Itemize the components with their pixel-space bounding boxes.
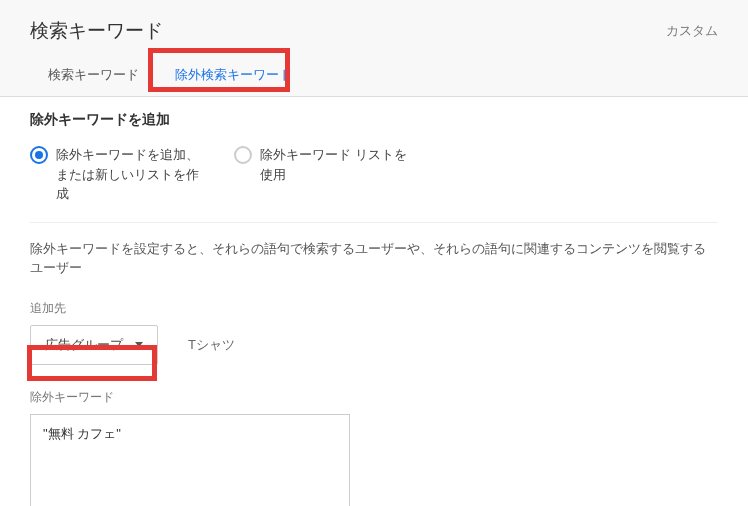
add-target-dropdown[interactable]: 広告グループ — [30, 325, 158, 365]
negative-keywords-label: 除外キーワード — [30, 389, 718, 406]
custom-link[interactable]: カスタム — [666, 22, 718, 40]
section-title: 除外キーワードを追加 — [30, 111, 718, 129]
radio-use-list[interactable]: 除外キーワード リストを使用 — [234, 145, 414, 204]
tab-negative-keywords[interactable]: 除外検索キーワード — [157, 54, 310, 96]
target-name-text: Tシャツ — [188, 336, 235, 354]
page-title: 検索キーワード — [30, 18, 163, 44]
radio-add-label: 除外キーワードを追加、または新しいリストを作成 — [56, 145, 210, 204]
radio-icon — [30, 146, 48, 164]
radio-icon — [234, 146, 252, 164]
add-target-label: 追加先 — [30, 300, 718, 317]
description-text: 除外キーワードを設定すると、それらの語句で検索するユーザーや、それらの語句に関連… — [30, 239, 718, 278]
add-target-row: 広告グループ Tシャツ — [30, 325, 718, 365]
tabs: 検索キーワード 除外検索キーワード — [0, 54, 748, 97]
content-area: 除外キーワードを追加 除外キーワードを追加、または新しいリストを作成 除外キーワ… — [0, 97, 748, 506]
radio-add-keywords[interactable]: 除外キーワードを追加、または新しいリストを作成 — [30, 145, 210, 204]
tab-search-keywords[interactable]: 検索キーワード — [30, 54, 157, 96]
radio-use-label: 除外キーワード リストを使用 — [260, 145, 414, 184]
dropdown-text: 広告グループ — [45, 336, 123, 354]
negative-keywords-textarea[interactable] — [30, 414, 350, 507]
chevron-down-icon — [135, 342, 143, 347]
radio-group: 除外キーワードを追加、または新しいリストを作成 除外キーワード リストを使用 — [30, 145, 718, 223]
